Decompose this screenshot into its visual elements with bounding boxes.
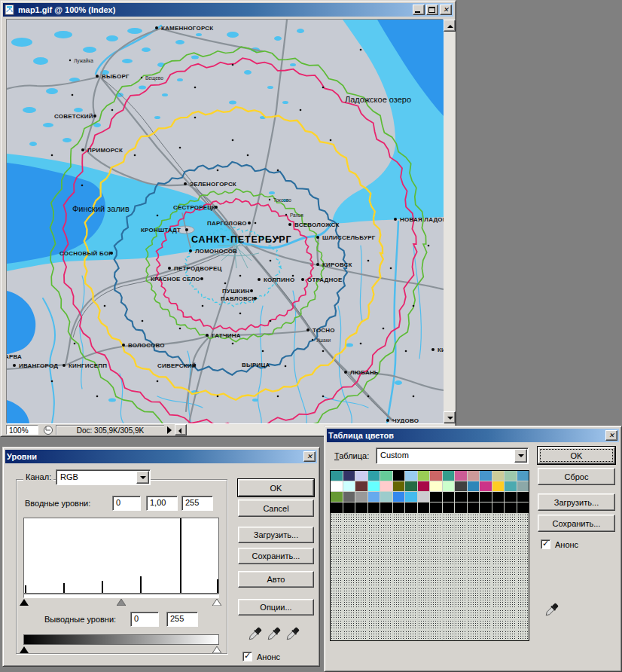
empty-swatch[interactable] bbox=[443, 556, 455, 566]
empty-swatch[interactable] bbox=[405, 599, 417, 609]
load-button[interactable]: Загрузить... bbox=[538, 493, 615, 511]
empty-swatch[interactable] bbox=[368, 514, 380, 524]
empty-swatch[interactable] bbox=[492, 631, 505, 640]
empty-swatch[interactable] bbox=[455, 514, 467, 524]
color-swatch[interactable] bbox=[480, 471, 492, 481]
color-swatch[interactable] bbox=[368, 481, 380, 491]
input-low-field[interactable]: 0 bbox=[112, 496, 141, 511]
empty-swatch[interactable] bbox=[492, 514, 505, 524]
color-swatch[interactable] bbox=[517, 492, 529, 502]
empty-swatch[interactable] bbox=[430, 631, 442, 640]
empty-swatch[interactable] bbox=[517, 577, 529, 587]
empty-swatch[interactable] bbox=[517, 524, 529, 534]
empty-swatch[interactable] bbox=[480, 599, 492, 609]
table-select[interactable]: Custom bbox=[376, 447, 529, 464]
empty-swatch[interactable] bbox=[355, 535, 367, 545]
color-swatch[interactable] bbox=[455, 481, 467, 491]
empty-swatch[interactable] bbox=[492, 609, 505, 619]
empty-swatch[interactable] bbox=[505, 556, 517, 566]
empty-swatch[interactable] bbox=[468, 631, 480, 640]
empty-swatch[interactable] bbox=[418, 631, 430, 640]
empty-swatch[interactable] bbox=[355, 567, 367, 576]
empty-swatch[interactable] bbox=[468, 620, 480, 630]
empty-swatch[interactable] bbox=[380, 599, 392, 609]
empty-swatch[interactable] bbox=[468, 545, 480, 555]
empty-swatch[interactable] bbox=[517, 556, 529, 566]
empty-swatch[interactable] bbox=[418, 556, 430, 566]
color-swatch[interactable] bbox=[393, 471, 405, 481]
color-swatch[interactable] bbox=[355, 481, 367, 491]
color-swatch[interactable] bbox=[343, 492, 355, 502]
empty-swatch[interactable] bbox=[368, 631, 380, 640]
color-swatch[interactable] bbox=[468, 481, 480, 491]
color-swatch[interactable] bbox=[480, 502, 492, 512]
color-swatch[interactable] bbox=[393, 502, 405, 512]
empty-swatch[interactable] bbox=[380, 620, 392, 630]
empty-swatch[interactable] bbox=[468, 524, 480, 534]
empty-swatch[interactable] bbox=[380, 588, 392, 597]
color-table-titlebar[interactable]: Таблица цветов bbox=[327, 429, 619, 442]
empty-swatch[interactable] bbox=[331, 535, 343, 545]
color-swatch[interactable] bbox=[380, 481, 392, 491]
empty-swatch[interactable] bbox=[468, 535, 480, 545]
empty-swatch[interactable] bbox=[430, 599, 442, 609]
empty-swatch[interactable] bbox=[480, 535, 492, 545]
empty-swatch[interactable] bbox=[393, 599, 405, 609]
levels-close-button[interactable] bbox=[303, 451, 316, 462]
empty-swatch[interactable] bbox=[455, 588, 467, 597]
empty-swatch[interactable] bbox=[492, 535, 505, 545]
color-swatch[interactable] bbox=[505, 492, 517, 502]
color-swatch[interactable] bbox=[405, 471, 417, 481]
empty-swatch[interactable] bbox=[380, 524, 392, 534]
empty-swatch[interactable] bbox=[468, 599, 480, 609]
empty-swatch[interactable] bbox=[443, 567, 455, 576]
empty-swatch[interactable] bbox=[393, 620, 405, 630]
empty-swatch[interactable] bbox=[405, 631, 417, 640]
empty-swatch[interactable] bbox=[405, 609, 417, 619]
empty-swatch[interactable] bbox=[393, 588, 405, 597]
color-swatch[interactable] bbox=[418, 492, 430, 502]
load-button[interactable]: Загрузить... bbox=[238, 527, 314, 543]
empty-swatch[interactable] bbox=[343, 588, 355, 597]
empty-swatch[interactable] bbox=[517, 545, 529, 555]
empty-swatch[interactable] bbox=[343, 545, 355, 555]
empty-swatch[interactable] bbox=[380, 545, 392, 555]
empty-swatch[interactable] bbox=[355, 588, 367, 597]
empty-swatch[interactable] bbox=[468, 588, 480, 597]
empty-swatch[interactable] bbox=[343, 631, 355, 640]
color-swatch[interactable] bbox=[368, 471, 380, 481]
empty-swatch[interactable] bbox=[505, 524, 517, 534]
color-swatch[interactable] bbox=[492, 471, 505, 481]
color-swatch[interactable] bbox=[418, 481, 430, 491]
empty-swatch[interactable] bbox=[331, 556, 343, 566]
color-swatch[interactable] bbox=[455, 502, 467, 512]
empty-swatch[interactable] bbox=[505, 609, 517, 619]
empty-swatch[interactable] bbox=[430, 609, 442, 619]
empty-swatch[interactable] bbox=[343, 609, 355, 619]
empty-swatch[interactable] bbox=[517, 609, 529, 619]
empty-swatch[interactable] bbox=[492, 577, 505, 587]
empty-swatch[interactable] bbox=[355, 599, 367, 609]
empty-swatch[interactable] bbox=[355, 620, 367, 630]
empty-swatch[interactable] bbox=[331, 631, 343, 640]
black-eyedropper-icon[interactable] bbox=[248, 626, 263, 641]
empty-swatch[interactable] bbox=[343, 577, 355, 587]
color-swatch[interactable] bbox=[517, 471, 529, 481]
empty-swatch[interactable] bbox=[418, 588, 430, 597]
color-swatch[interactable] bbox=[393, 492, 405, 502]
color-swatch[interactable] bbox=[480, 492, 492, 502]
color-swatch[interactable] bbox=[492, 492, 505, 502]
map-canvas[interactable]: Финский заливЛадожское озероЛужайкаВещев… bbox=[7, 20, 444, 423]
color-swatch[interactable] bbox=[405, 502, 417, 512]
empty-swatch[interactable] bbox=[331, 620, 343, 630]
empty-swatch[interactable] bbox=[443, 620, 455, 630]
empty-swatch[interactable] bbox=[368, 620, 380, 630]
scroll-up-button[interactable] bbox=[444, 20, 456, 32]
empty-swatch[interactable] bbox=[393, 567, 405, 576]
color-swatch[interactable] bbox=[405, 481, 417, 491]
empty-swatch[interactable] bbox=[343, 514, 355, 524]
input-gamma-field[interactable]: 1,00 bbox=[146, 496, 178, 511]
empty-swatch[interactable] bbox=[418, 524, 430, 534]
output-low-field[interactable]: 0 bbox=[130, 612, 159, 627]
color-swatch[interactable] bbox=[331, 471, 343, 481]
